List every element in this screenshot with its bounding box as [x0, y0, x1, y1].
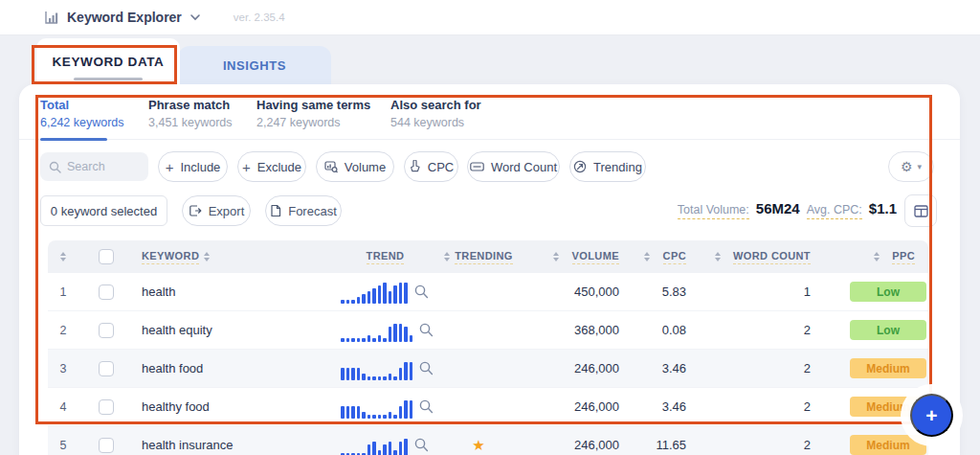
row-checkbox-cell[interactable] — [78, 438, 134, 453]
sort-icon[interactable] — [204, 252, 210, 262]
trend-sparkline — [341, 396, 412, 419]
app-switcher[interactable]: Keyword Explorer — [44, 10, 201, 25]
include-filter-button[interactable]: + Include — [158, 151, 228, 182]
word-count-cell: 2 — [694, 361, 818, 375]
word-count-header[interactable]: WORD COUNT — [694, 250, 818, 264]
stat-phrase-match-value: 3,451 keywords — [148, 116, 233, 129]
row-index: 4 — [48, 400, 78, 414]
keyword-cell[interactable]: health — [134, 284, 335, 299]
magnifier-icon[interactable] — [419, 399, 434, 414]
keyword-cell[interactable]: health equity — [134, 323, 335, 337]
forecast-icon — [270, 204, 281, 217]
cpc-filter-button[interactable]: CPC — [404, 151, 458, 182]
keyword-header[interactable]: KEYWORD — [134, 250, 335, 264]
table-row[interactable]: 5 health insurance ★ 246,000 11.65 2 Med… — [48, 426, 928, 455]
tab-keyword-data[interactable]: KEYWORD DATA — [36, 38, 180, 85]
trend-sparkline — [341, 281, 408, 304]
select-all-header[interactable] — [78, 249, 134, 264]
stat-phrase-match-label: Phrase match — [148, 98, 233, 112]
magnifier-icon[interactable] — [419, 323, 434, 337]
trending-filter-button[interactable]: Trending — [569, 151, 646, 182]
word-count-cell: 1 — [694, 284, 818, 299]
tab-keyword-data-label: KEYWORD DATA — [53, 55, 165, 69]
sort-icon[interactable] — [644, 252, 650, 262]
cpc-filter-icon — [409, 160, 421, 173]
search-input[interactable] — [67, 160, 144, 173]
keyword-cell[interactable]: health insurance — [134, 438, 335, 452]
version-label: ver. 2.35.4 — [234, 11, 285, 23]
volume-cell: 246,000 — [522, 361, 627, 375]
search-box[interactable] — [40, 152, 148, 181]
table-row[interactable]: 4 healthy food ★ 246,000 3.46 2 Medium — [48, 388, 928, 426]
stat-also-search-for[interactable]: Also search for 544 keywords — [390, 98, 481, 129]
row-checkbox-cell[interactable] — [78, 361, 134, 376]
trending-cell: ★ — [435, 398, 522, 416]
chevron-down-icon[interactable] — [189, 13, 201, 21]
exclude-filter-button[interactable]: + Exclude — [237, 151, 306, 182]
avg-cpc-value: $1.1 — [869, 200, 897, 216]
row-checkbox-cell[interactable] — [78, 323, 134, 338]
word-count-filter-button[interactable]: Word Count — [467, 151, 560, 182]
selection-toolbar: 0 keyword selected Export Forecast Total… — [19, 194, 960, 229]
selected-count-label: 0 keyword selected — [51, 204, 157, 218]
row-checkbox[interactable] — [99, 438, 114, 453]
total-volume-label: Total Volume: — [678, 203, 749, 219]
table-row[interactable]: 3 health food ★ 246,000 3.46 2 Medium — [48, 350, 928, 388]
stat-phrase-match[interactable]: Phrase match 3,451 keywords — [148, 98, 233, 129]
keyword-cell[interactable]: healthy food — [134, 399, 335, 414]
top-bar: Keyword Explorer ver. 2.35.4 — [0, 0, 980, 35]
sort-all-header[interactable] — [48, 252, 78, 262]
column-settings-button[interactable] — [904, 194, 937, 227]
trending-header[interactable]: TRENDING — [435, 250, 522, 264]
table-row[interactable]: 1 health ★ 450,000 5.83 1 Low — [48, 273, 928, 311]
magnifier-icon[interactable] — [414, 438, 429, 452]
row-checkbox-cell[interactable] — [78, 284, 134, 300]
word-count-cell: 2 — [694, 323, 818, 337]
row-checkbox-cell[interactable] — [78, 399, 134, 415]
export-button[interactable]: Export — [182, 195, 251, 226]
keyword-cell[interactable]: health food — [134, 361, 335, 375]
volume-filter-button[interactable]: Volume — [316, 151, 394, 182]
word-count-cell: 2 — [694, 438, 818, 452]
ppc-badge: Medium — [850, 435, 926, 455]
stat-having-same-terms[interactable]: Having same terms 2,247 keywords — [256, 98, 370, 129]
stat-having-same-terms-value: 2,247 keywords — [256, 116, 370, 129]
ppc-header[interactable]: PPC — [818, 250, 928, 264]
stat-total[interactable]: Total 6,242 keywords — [40, 98, 124, 129]
magnifier-icon[interactable] — [419, 361, 434, 375]
magnifier-icon[interactable] — [414, 284, 429, 299]
sort-icon[interactable] — [553, 252, 559, 262]
sort-icon[interactable] — [715, 252, 721, 262]
total-volume-value: 56M24 — [756, 200, 800, 216]
row-checkbox[interactable] — [99, 284, 114, 300]
trending-star-icon: ★ — [472, 437, 484, 454]
tab-insights[interactable]: INSIGHTS — [178, 46, 331, 85]
include-label: Include — [180, 160, 220, 174]
table-row[interactable]: 2 health equity ★ 368,000 0.08 2 Low — [48, 311, 928, 350]
row-checkbox[interactable] — [99, 399, 114, 415]
select-all-checkbox[interactable] — [99, 249, 114, 264]
settings-button[interactable]: ⚙ ▾ — [888, 151, 934, 182]
app-title: Keyword Explorer — [67, 10, 182, 25]
ppc-cell: Low — [818, 320, 928, 340]
add-fab-button[interactable]: + — [910, 394, 953, 437]
sort-icon[interactable] — [60, 252, 66, 262]
sort-icon[interactable] — [444, 252, 450, 262]
active-stat-underline — [40, 138, 107, 141]
cpc-header[interactable]: CPC — [627, 250, 694, 264]
trend-header: TREND — [335, 250, 435, 264]
search-icon — [49, 161, 61, 173]
forecast-button[interactable]: Forecast — [265, 195, 342, 226]
word-count-filter-label: Word Count — [491, 160, 557, 174]
sort-icon[interactable] — [874, 252, 880, 262]
ppc-badge: Medium — [850, 358, 926, 378]
volume-cell: 246,000 — [522, 438, 627, 452]
stat-also-search-for-value: 544 keywords — [390, 116, 481, 129]
stat-total-value: 6,242 keywords — [40, 116, 124, 129]
volume-header[interactable]: VOLUME — [522, 250, 627, 264]
row-checkbox[interactable] — [99, 361, 114, 376]
row-checkbox[interactable] — [99, 323, 114, 338]
export-label: Export — [209, 204, 245, 218]
trending-cell: ★ — [435, 322, 522, 339]
volume-cell: 450,000 — [522, 284, 627, 299]
